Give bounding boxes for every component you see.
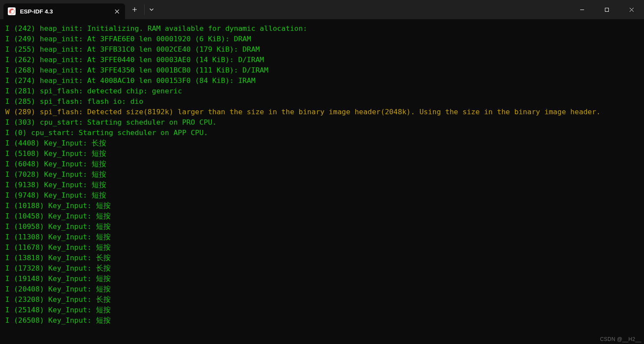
log-line: I (20408) Key_Input: 短按 <box>5 284 639 294</box>
log-line: I (281) spi_flash: detected chip: generi… <box>5 86 639 96</box>
log-line: W (289) spi_flash: Detected size(8192k) … <box>5 107 639 117</box>
log-line: I (4408) Key_Input: 长按 <box>5 138 639 149</box>
log-line: I (11308) Key_Input: 短按 <box>5 232 639 242</box>
log-line: I (9748) Key_Input: 短按 <box>5 190 639 201</box>
log-line: I (26508) Key_Input: 短按 <box>5 315 639 326</box>
log-line: I (7028) Key_Input: 短按 <box>5 169 639 180</box>
minimize-button[interactable] <box>570 0 594 19</box>
log-line: I (6048) Key_Input: 短按 <box>5 159 639 169</box>
log-line: I (268) heap_init: At 3FFE4350 len 0001B… <box>5 65 639 76</box>
log-line: I (274) heap_init: At 4008AC10 len 00015… <box>5 76 639 86</box>
tab-title: ESP-IDF 4.3 <box>20 8 109 15</box>
log-line: I (5108) Key_Input: 短按 <box>5 149 639 159</box>
log-line: I (10458) Key_Input: 短按 <box>5 211 639 222</box>
log-line: I (23208) Key_Input: 长按 <box>5 294 639 305</box>
window-controls <box>570 0 644 19</box>
log-line: I (255) heap_init: At 3FFB31C0 len 0002C… <box>5 44 639 55</box>
maximize-button[interactable] <box>594 0 619 19</box>
log-line: I (19148) Key_Input: 短按 <box>5 274 639 284</box>
log-line: I (25148) Key_Input: 短按 <box>5 305 639 315</box>
log-line: I (13818) Key_Input: 长按 <box>5 253 639 263</box>
tabs-region: ESP-IDF 4.3 <box>0 0 125 19</box>
log-line: I (242) heap_init: Initializing. RAM ava… <box>5 23 639 34</box>
log-line: I (0) cpu_start: Starting scheduler on A… <box>5 128 639 138</box>
svg-point-2 <box>10 12 11 13</box>
terminal-output[interactable]: I (242) heap_init: Initializing. RAM ava… <box>0 19 644 344</box>
log-line: I (11678) Key_Input: 短按 <box>5 242 639 253</box>
terminal-window: ESP-IDF 4.3 I (242) heap_init: Init <box>0 0 644 344</box>
log-line: I (10958) Key_Input: 短按 <box>5 222 639 232</box>
log-line: I (10188) Key_Input: 短按 <box>5 201 639 211</box>
log-line: I (303) cpu_start: Starting scheduler on… <box>5 117 639 128</box>
log-line: I (285) spi_flash: flash io: dio <box>5 96 639 107</box>
close-window-button[interactable] <box>619 0 644 19</box>
titlebar[interactable]: ESP-IDF 4.3 <box>0 0 644 19</box>
log-line: I (262) heap_init: At 3FFE0440 len 00003… <box>5 55 639 65</box>
tab-dropdown-button[interactable] <box>144 4 159 15</box>
tab-close-button[interactable] <box>113 7 121 15</box>
log-line: I (249) heap_init: At 3FFAE6E0 len 00001… <box>5 34 639 44</box>
titlebar-drag-region[interactable] <box>159 0 570 19</box>
active-tab[interactable]: ESP-IDF 4.3 <box>3 3 125 19</box>
log-line: I (17328) Key_Input: 长按 <box>5 263 639 274</box>
esp-icon <box>8 7 16 15</box>
watermark: CSDN @__H2__ <box>600 336 641 342</box>
log-line: I (9138) Key_Input: 短按 <box>5 180 639 190</box>
svg-rect-3 <box>605 8 609 11</box>
new-tab-button[interactable] <box>125 0 144 19</box>
